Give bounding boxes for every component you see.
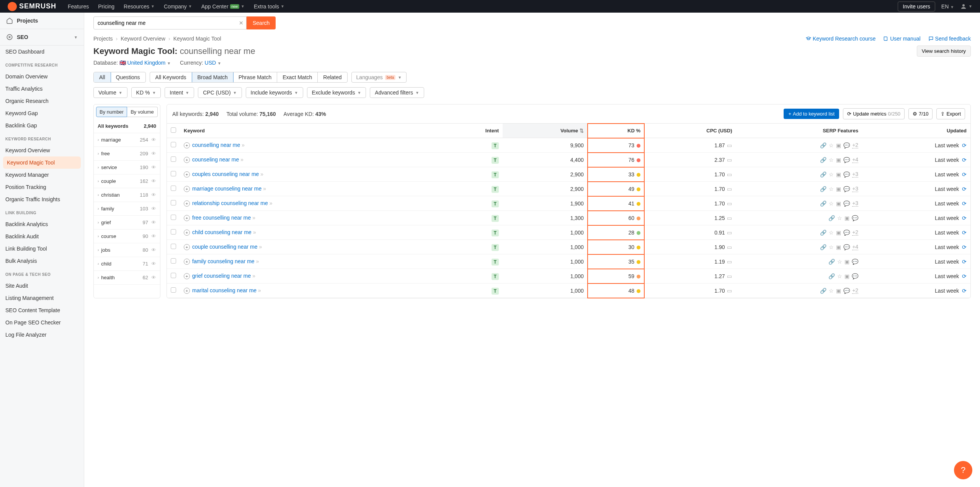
sidebar-item-on-page-seo-checker[interactable]: On Page SEO Checker — [0, 316, 84, 329]
send-feedback-link[interactable]: Send feedback — [928, 36, 971, 42]
row-checkbox[interactable] — [171, 142, 176, 147]
nav-company[interactable]: Company ▼ — [164, 3, 192, 10]
expand-icon[interactable]: + — [184, 215, 190, 221]
keyword-research-course-link[interactable]: Keyword Research course — [806, 36, 875, 42]
expand-icon[interactable]: + — [184, 288, 190, 294]
sidebar-item-seo-dashboard[interactable]: SEO Dashboard — [0, 46, 84, 58]
refresh-icon[interactable]: ⟳ — [962, 244, 967, 250]
sidebar-item-keyword-magic-tool[interactable]: Keyword Magic Tool — [3, 156, 81, 169]
panel-tab-by-number[interactable]: By number — [96, 107, 127, 117]
sidebar-item-keyword-overview[interactable]: Keyword Overview — [0, 144, 84, 156]
eye-icon[interactable]: 👁 — [151, 275, 156, 280]
serp-more[interactable]: +3 — [852, 200, 858, 207]
serp-snapshot-icon[interactable]: ▭ — [727, 171, 732, 178]
serp-snapshot-icon[interactable]: ▭ — [727, 200, 732, 207]
filter-exclude-keywords[interactable]: Exclude keywords ▼ — [307, 87, 366, 98]
refresh-icon[interactable]: ⟳ — [962, 186, 967, 192]
select-all-checkbox[interactable] — [171, 127, 176, 133]
filter-intent[interactable]: Intent ▼ — [165, 87, 194, 98]
serp-snapshot-icon[interactable]: ▭ — [727, 157, 732, 163]
tab-all-keywords[interactable]: All Keywords — [150, 72, 192, 82]
serp-more[interactable]: +3 — [852, 171, 858, 178]
tab-questions[interactable]: Questions — [111, 72, 145, 82]
keyword-group-row[interactable]: › health62👁 — [94, 271, 160, 285]
sidebar-item-link-building-tool[interactable]: Link Building Tool — [0, 243, 84, 255]
serp-snapshot-icon[interactable]: ▭ — [727, 244, 732, 250]
sidebar-seo[interactable]: SEO ▼ — [0, 29, 84, 46]
row-checkbox[interactable] — [171, 200, 176, 205]
keyword-group-row[interactable]: › couple162👁 — [94, 174, 160, 188]
sidebar-item-domain-overview[interactable]: Domain Overview — [0, 70, 84, 83]
sidebar-item-organic-research[interactable]: Organic Research — [0, 95, 84, 107]
eye-icon[interactable]: 👁 — [151, 220, 156, 225]
col-keyword[interactable]: Keyword — [180, 124, 444, 138]
filter-include-keywords[interactable]: Include keywords ▼ — [246, 87, 303, 98]
filter-volume[interactable]: Volume ▼ — [93, 87, 127, 98]
serp-more[interactable]: +4 — [852, 156, 858, 163]
serp-more[interactable]: +2 — [852, 229, 858, 236]
keyword-link[interactable]: relationship counseling near me — [192, 200, 268, 206]
sidebar-item-keyword-manager[interactable]: Keyword Manager — [0, 169, 84, 181]
refresh-icon[interactable]: ⟳ — [962, 273, 967, 279]
expand-icon[interactable]: + — [184, 142, 190, 148]
user-manual-link[interactable]: User manual — [883, 36, 920, 42]
row-checkbox[interactable] — [171, 215, 176, 220]
keyword-group-row[interactable]: › course90👁 — [94, 230, 160, 243]
refresh-icon[interactable]: ⟳ — [962, 215, 967, 221]
serp-more[interactable]: +4 — [852, 244, 858, 250]
tab-all[interactable]: All — [93, 72, 111, 83]
expand-icon[interactable]: + — [184, 171, 190, 178]
row-checkbox[interactable] — [171, 258, 176, 264]
update-metrics-button[interactable]: ⟳Update metrics 0/250 — [843, 108, 905, 119]
keyword-link[interactable]: couple counselling near me — [192, 244, 257, 250]
nav-extra-tools[interactable]: Extra tools ▼ — [254, 3, 284, 10]
help-fab[interactable]: ? — [954, 461, 972, 479]
refresh-icon[interactable]: ⟳ — [962, 230, 967, 236]
col-kd[interactable]: KD % — [588, 124, 644, 138]
expand-icon[interactable]: + — [184, 273, 190, 279]
keyword-group-row[interactable]: › christian118👁 — [94, 188, 160, 202]
nav-pricing[interactable]: Pricing — [98, 3, 114, 10]
crumb-keyword-overview[interactable]: Keyword Overview — [121, 36, 165, 42]
keyword-link[interactable]: child counseling near me — [192, 229, 252, 235]
sidebar-item-traffic-analytics[interactable]: Traffic Analytics — [0, 83, 84, 95]
keyword-group-row[interactable]: › jobs80👁 — [94, 243, 160, 257]
expand-icon[interactable]: + — [184, 200, 190, 207]
expand-icon[interactable]: + — [184, 230, 190, 236]
keyword-link[interactable]: marital counseling near me — [192, 287, 256, 293]
refresh-icon[interactable]: ⟳ — [962, 259, 967, 265]
row-checkbox[interactable] — [171, 229, 176, 235]
serp-snapshot-icon[interactable]: ▭ — [727, 288, 732, 294]
tab-phrase-match[interactable]: Phrase Match — [233, 72, 277, 82]
col-updated[interactable]: Updated — [862, 124, 970, 138]
eye-icon[interactable]: 👁 — [151, 165, 156, 170]
serp-more[interactable]: +2 — [852, 142, 858, 148]
keyword-link[interactable]: counseling near me — [192, 156, 239, 163]
col-intent[interactable]: Intent — [444, 124, 503, 138]
refresh-icon[interactable]: ⟳ — [962, 142, 967, 148]
invite-users-button[interactable]: Invite users — [898, 2, 935, 11]
serp-snapshot-icon[interactable]: ▭ — [727, 273, 732, 279]
nav-app-center[interactable]: App Center new ▼ — [201, 3, 245, 10]
nav-features[interactable]: Features — [68, 3, 89, 10]
all-keywords-row[interactable]: All keywords 2,940 — [94, 119, 160, 133]
row-checkbox[interactable] — [171, 244, 176, 249]
filter-cpc-usd-[interactable]: CPC (USD) ▼ — [198, 87, 242, 98]
expand-icon[interactable]: + — [184, 186, 190, 192]
filter-advanced-filters[interactable]: Advanced filters ▼ — [370, 87, 424, 98]
expand-icon[interactable]: + — [184, 157, 190, 163]
refresh-icon[interactable]: ⟳ — [962, 200, 967, 207]
keyword-group-row[interactable]: › family103👁 — [94, 202, 160, 216]
keyword-link[interactable]: family counseling near me — [192, 258, 255, 264]
filter-kd-[interactable]: KD % ▼ — [131, 87, 161, 98]
sidebar-item-keyword-gap[interactable]: Keyword Gap — [0, 107, 84, 119]
sidebar-item-bulk-analysis[interactable]: Bulk Analysis — [0, 255, 84, 267]
sidebar-item-position-tracking[interactable]: Position Tracking — [0, 181, 84, 193]
search-input[interactable] — [93, 16, 247, 29]
refresh-icon[interactable]: ⟳ — [962, 157, 967, 163]
export-button[interactable]: ⇪Export — [936, 108, 965, 119]
refresh-icon[interactable]: ⟳ — [962, 288, 967, 294]
keyword-group-row[interactable]: › free209👁 — [94, 147, 160, 161]
currency-selector[interactable]: Currency: USD ▼ — [180, 60, 221, 66]
eye-icon[interactable]: 👁 — [151, 247, 156, 253]
